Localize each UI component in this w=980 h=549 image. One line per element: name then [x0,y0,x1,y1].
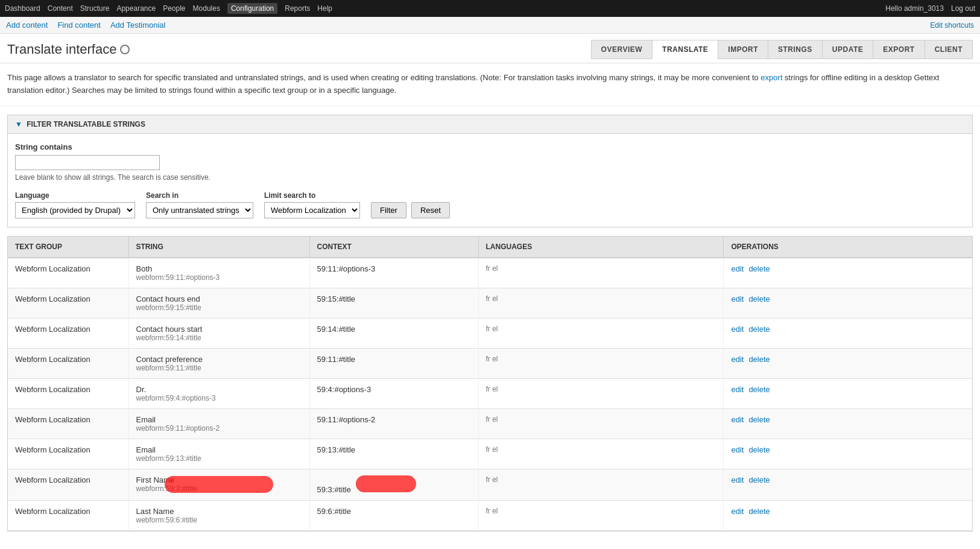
tabs: OVERVIEW TRANSLATE IMPORT STRINGS UPDATE… [591,40,973,59]
cell-string: Emailwebform:59:11:#options-2 [128,408,309,439]
find-content-link[interactable]: Find content [57,21,101,30]
cell-operations: editdelete [724,378,972,408]
cell-string: Emailwebform:59:13:#title [128,439,309,469]
admin-bar-structure[interactable]: Structure [80,4,110,13]
tab-client[interactable]: CLIENT [925,40,973,59]
table-row: Webform LocalizationEmailwebform:59:11:#… [8,408,972,439]
limit-search-label: Limit search to [264,191,360,200]
cell-string: Contact hours startwebform:59:14:#title [128,318,309,348]
cell-text-group: Webform Localization [8,318,128,348]
edit-link[interactable]: edit [731,415,744,424]
string-contains-input[interactable] [15,155,160,170]
cell-text-group: Webform Localization [8,469,128,500]
search-in-group: Search in Only untranslated stringsAll s… [146,191,253,218]
cell-string: First Namewebform:59:3:#title [128,469,309,500]
col-languages: LANGUAGES [478,236,724,258]
table-row: Webform LocalizationDr.webform:59:4:#opt… [8,378,972,408]
tab-translate[interactable]: TRANSLATE [652,40,718,59]
cell-languages: fr el [478,469,724,500]
cell-context: 59:15:#title [309,288,478,318]
cell-context: 59:11:#options-2 [309,408,478,439]
settings-icon[interactable] [120,45,130,54]
admin-bar-content[interactable]: Content [48,4,73,13]
cell-text-group: Webform Localization [8,408,128,439]
limit-search-select[interactable]: Webform LocalizationAll text groups [264,202,360,218]
delete-link[interactable]: delete [748,415,770,424]
language-select[interactable]: English (provided by Drupal)FrenchGerman [15,202,135,218]
admin-bar-dashboard[interactable]: Dashboard [5,4,40,13]
edit-link[interactable]: edit [731,264,744,273]
cell-context: 59:13:#title [309,439,478,469]
cell-text-group: Webform Localization [8,348,128,378]
delete-link[interactable]: delete [748,475,770,484]
tab-update[interactable]: UPDATE [822,40,873,59]
filter-header[interactable]: ▼ FILTER TRANSLATABLE STRINGS [8,115,972,134]
cell-operations: editdelete [724,408,972,439]
cell-context: 59:14:#title [309,318,478,348]
cell-string: Dr.webform:59:4:#options-3 [128,378,309,408]
edit-link[interactable]: edit [731,294,744,303]
highlight-overlay [165,476,273,493]
table-row: Webform LocalizationLast Namewebform:59:… [8,500,972,530]
edit-link[interactable]: edit [731,325,744,334]
cell-text-group: Webform Localization [8,258,128,288]
admin-bar-appearance[interactable]: Appearance [116,4,156,13]
cell-string: Contact hours endwebform:59:15:#title [128,288,309,318]
export-link[interactable]: export [760,73,782,82]
cell-text-group: Webform Localization [8,439,128,469]
tab-import[interactable]: IMPORT [718,40,768,59]
reset-button[interactable]: Reset [411,202,450,218]
admin-bar: Dashboard Content Structure Appearance P… [0,0,980,17]
admin-bar-logout[interactable]: Log out [951,4,975,13]
table-row: Webform LocalizationBothwebform:59:11:#o… [8,258,972,288]
cell-languages: fr el [478,500,724,530]
cell-operations: editdelete [724,500,972,530]
table-row: Webform LocalizationContact preferencewe… [8,348,972,378]
cell-context: 59:11:#options-3 [309,258,478,288]
language-label: Language [15,191,135,200]
cell-context: 59:6:#title [309,500,478,530]
edit-link[interactable]: edit [731,475,744,484]
add-content-link[interactable]: Add content [6,21,48,30]
delete-link[interactable]: delete [748,507,770,516]
table-row: Webform LocalizationEmailwebform:59:13:#… [8,439,972,469]
admin-bar-configuration[interactable]: Configuration [227,3,277,14]
delete-link[interactable]: delete [748,294,770,303]
highlight-overlay-context [356,475,416,492]
cell-operations: editdelete [724,469,972,500]
cell-string: Contact preferencewebform:59:11:#title [128,348,309,378]
delete-link[interactable]: delete [748,445,770,454]
admin-bar-modules[interactable]: Modules [193,4,220,13]
add-testimonial-link[interactable]: Add Testimonial [110,21,166,30]
cell-languages: fr el [478,288,724,318]
search-in-select[interactable]: Only untranslated stringsAll stringsTran… [146,202,253,218]
edit-link[interactable]: edit [731,445,744,454]
language-group: Language English (provided by Drupal)Fre… [15,191,135,218]
tab-export[interactable]: EXPORT [873,40,924,59]
delete-link[interactable]: delete [748,385,770,394]
edit-link[interactable]: edit [731,385,744,394]
cell-string: Last Namewebform:59:6:#title [128,500,309,530]
cell-languages: fr el [478,258,724,288]
string-contains-label: String contains [15,142,965,151]
col-string: STRING [128,236,309,258]
admin-bar-help[interactable]: Help [317,4,332,13]
delete-link[interactable]: delete [748,325,770,334]
filter-button[interactable]: Filter [371,202,406,218]
filter-title: FILTER TRANSLATABLE STRINGS [27,120,145,129]
admin-bar-reports[interactable]: Reports [285,4,310,13]
tab-strings[interactable]: STRINGS [768,40,822,59]
delete-link[interactable]: delete [748,264,770,273]
cell-languages: fr el [478,439,724,469]
delete-link[interactable]: delete [748,355,770,364]
edit-link[interactable]: edit [731,355,744,364]
edit-link[interactable]: edit [731,507,744,516]
col-context: CONTEXT [309,236,478,258]
edit-shortcuts-link[interactable]: Edit shortcuts [930,21,974,30]
admin-bar-username: Hello admin_3013 [885,4,944,13]
admin-bar-people[interactable]: People [163,4,185,13]
strings-table-container: TEXT GROUP STRING CONTEXT LANGUAGES OPER… [7,236,973,532]
cell-operations: editdelete [724,318,972,348]
filter-toggle-icon: ▼ [15,120,22,129]
tab-overview[interactable]: OVERVIEW [591,40,652,59]
